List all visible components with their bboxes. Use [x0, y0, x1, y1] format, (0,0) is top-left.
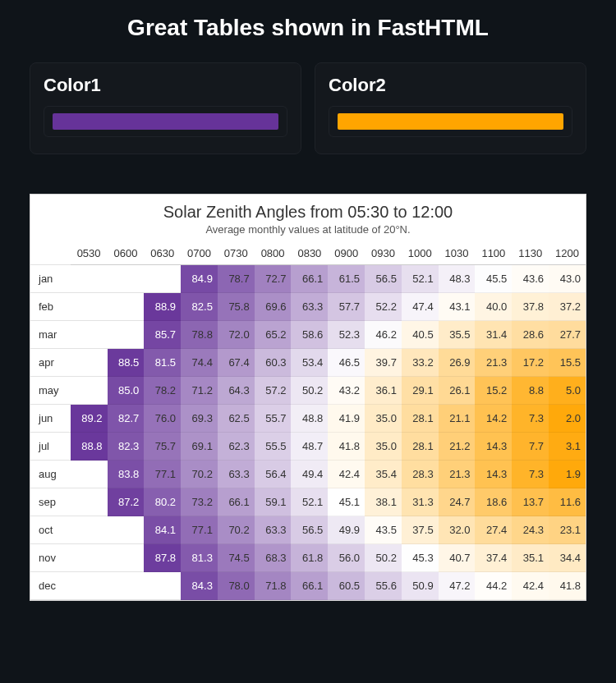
cell [108, 265, 145, 293]
cell: 38.1 [365, 488, 402, 516]
cell: 41.8 [549, 572, 586, 600]
cell: 41.9 [328, 405, 365, 433]
col-header: 0630 [144, 242, 181, 265]
cell [108, 572, 145, 600]
cell: 14.3 [475, 461, 512, 488]
cell: 47.4 [402, 293, 439, 321]
cell: 81.5 [144, 349, 181, 377]
table-row: nov87.881.374.568.361.856.050.245.340.73… [30, 544, 586, 572]
cell: 66.1 [218, 488, 255, 516]
cell: 15.5 [549, 349, 586, 377]
cell: 37.2 [549, 293, 586, 321]
cell [71, 377, 108, 405]
cell: 52.3 [328, 321, 365, 349]
cell [71, 265, 108, 293]
col-header: 0800 [255, 242, 292, 265]
cell [71, 293, 108, 321]
cell: 37.4 [475, 544, 512, 572]
cell: 66.1 [291, 572, 328, 600]
cell: 24.7 [439, 488, 476, 516]
row-label: sep [30, 488, 71, 516]
zenith-table: 0530060006300700073008000830090009301000… [30, 242, 586, 600]
cell: 14.2 [475, 405, 512, 433]
cell: 21.2 [439, 433, 476, 461]
cell: 40.7 [439, 544, 476, 572]
cell: 69.1 [181, 433, 218, 461]
cell: 74.4 [181, 349, 218, 377]
cell: 84.9 [181, 265, 218, 293]
cell: 55.6 [365, 572, 402, 600]
table-title: Solar Zenith Angles from 05:30 to 12:00 [30, 195, 586, 223]
color1-input[interactable] [44, 106, 287, 137]
cell: 21.1 [439, 405, 476, 433]
cell [71, 349, 108, 377]
cell: 88.5 [108, 349, 145, 377]
row-label: jul [30, 433, 71, 461]
cell: 69.6 [255, 293, 292, 321]
cell: 60.3 [255, 349, 292, 377]
cell: 50.9 [402, 572, 439, 600]
cell: 5.0 [549, 377, 586, 405]
cell: 17.2 [512, 349, 549, 377]
table-row: sep87.280.273.266.159.152.145.138.131.32… [30, 488, 586, 516]
table-row: mar85.778.872.065.258.652.346.240.535.53… [30, 321, 586, 349]
cell: 46.5 [328, 349, 365, 377]
table-row: oct84.177.170.263.356.549.943.537.532.02… [30, 516, 586, 544]
cell: 3.1 [549, 433, 586, 461]
cell: 67.4 [218, 349, 255, 377]
cell: 33.2 [402, 349, 439, 377]
cell: 45.3 [402, 544, 439, 572]
cell: 35.0 [365, 405, 402, 433]
row-label: aug [30, 461, 71, 488]
cell: 82.5 [181, 293, 218, 321]
cell: 84.3 [181, 572, 218, 600]
cell: 28.3 [402, 461, 439, 488]
cell: 40.0 [475, 293, 512, 321]
row-label: apr [30, 349, 71, 377]
cell: 56.5 [365, 265, 402, 293]
cell: 73.2 [181, 488, 218, 516]
heatmap-table: Solar Zenith Angles from 05:30 to 12:00 … [30, 194, 586, 601]
cell: 52.1 [291, 488, 328, 516]
cell: 71.2 [181, 377, 218, 405]
cell: 46.2 [365, 321, 402, 349]
cell: 7.7 [512, 433, 549, 461]
color2-input[interactable] [329, 106, 572, 137]
cell: 49.9 [328, 516, 365, 544]
cell: 48.3 [439, 265, 476, 293]
cell: 59.1 [255, 488, 292, 516]
cell: 65.2 [255, 321, 292, 349]
cell: 87.2 [108, 488, 145, 516]
table-row: dec84.378.071.866.160.555.650.947.244.24… [30, 572, 586, 600]
cell: 27.7 [549, 321, 586, 349]
cell: 61.5 [328, 265, 365, 293]
cell: 37.5 [402, 516, 439, 544]
color1-label: Color1 [44, 75, 287, 96]
cell: 43.0 [549, 265, 586, 293]
row-label: jan [30, 265, 71, 293]
cell: 39.7 [365, 349, 402, 377]
cell: 70.2 [218, 516, 255, 544]
cell: 37.8 [512, 293, 549, 321]
cell [71, 516, 108, 544]
cell: 85.0 [108, 377, 145, 405]
row-label: may [30, 377, 71, 405]
cell: 29.1 [402, 377, 439, 405]
cell: 35.1 [512, 544, 549, 572]
cell: 68.3 [255, 544, 292, 572]
cell: 56.5 [291, 516, 328, 544]
cell: 48.8 [291, 405, 328, 433]
cell: 58.6 [291, 321, 328, 349]
cell: 2.0 [549, 405, 586, 433]
table-row: jan84.978.772.766.161.556.552.148.345.54… [30, 265, 586, 293]
row-label: feb [30, 293, 71, 321]
page-title: Great Tables shown in FastHTML [0, 0, 616, 62]
cell: 60.5 [328, 572, 365, 600]
cell: 57.7 [328, 293, 365, 321]
cell: 23.1 [549, 516, 586, 544]
cell: 88.8 [71, 433, 108, 461]
col-header: 0730 [218, 242, 255, 265]
col-header: 0930 [365, 242, 402, 265]
cell: 40.5 [402, 321, 439, 349]
cell: 62.5 [218, 405, 255, 433]
